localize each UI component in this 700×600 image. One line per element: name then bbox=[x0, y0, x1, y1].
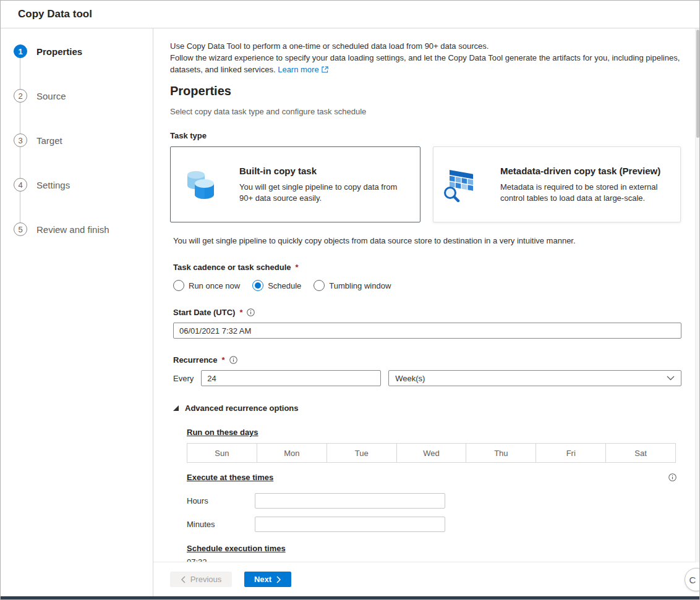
step-label: Target bbox=[36, 135, 62, 146]
page-title: Properties bbox=[170, 84, 689, 98]
start-date-input[interactable] bbox=[173, 323, 681, 339]
help-button-partial[interactable]: C bbox=[685, 568, 700, 591]
minutes-label: Minutes bbox=[187, 520, 255, 529]
card-metadata-driven-copy-task[interactable]: Metadata-driven copy task (Preview) Meta… bbox=[433, 146, 681, 222]
step-number-badge: 1 bbox=[14, 44, 27, 58]
execute-at-these-times-header: Execute at these times bbox=[187, 473, 273, 482]
frequency-value: Week(s) bbox=[395, 374, 425, 383]
step-number-badge: 5 bbox=[14, 222, 27, 236]
execute-times-row: Execute at these times bbox=[173, 473, 681, 482]
day-mon[interactable]: Mon bbox=[257, 444, 327, 462]
step-review-and-finish[interactable]: 5 Review and finish bbox=[1, 222, 153, 236]
intro-text: Use Copy Data Tool to perform a one-time… bbox=[170, 40, 689, 75]
info-icon[interactable] bbox=[247, 308, 255, 316]
step-properties[interactable]: 1 Properties bbox=[1, 44, 153, 58]
metadata-table-search-icon bbox=[442, 167, 477, 202]
intro-line-1: Use Copy Data Tool to perform a one-time… bbox=[170, 40, 689, 52]
radio-label: Run once now bbox=[189, 281, 240, 290]
day-tue[interactable]: Tue bbox=[327, 444, 397, 462]
main-panel: Use Copy Data Tool to perform a one-time… bbox=[153, 28, 699, 596]
radio-tumbling-window[interactable]: Tumbling window bbox=[314, 280, 391, 291]
previous-button[interactable]: Previous bbox=[170, 572, 232, 587]
info-icon[interactable] bbox=[668, 473, 677, 481]
step-label: Settings bbox=[36, 180, 70, 190]
radio-circle bbox=[314, 280, 325, 291]
chevron-right-icon bbox=[276, 576, 281, 583]
card-description: You will get single pipeline to copy dat… bbox=[239, 182, 408, 204]
recurrence-row: Every Week(s) bbox=[173, 370, 681, 386]
step-target[interactable]: 3 Target bbox=[1, 133, 153, 147]
copy-data-tool-window: Copy Data tool 1 Properties 2 Source 3 T… bbox=[0, 0, 700, 600]
hours-label: Hours bbox=[187, 496, 255, 505]
task-type-label: Task type bbox=[170, 131, 689, 140]
step-settings[interactable]: 4 Settings bbox=[1, 178, 153, 192]
advanced-recurrence-toggle[interactable]: Advanced recurrence options bbox=[173, 404, 681, 413]
day-sat[interactable]: Sat bbox=[606, 444, 675, 462]
day-sun[interactable]: Sun bbox=[187, 444, 257, 462]
recurrence-label: Recurrence bbox=[173, 355, 218, 365]
page-subtitle: Select copy data task type and configure… bbox=[170, 107, 689, 116]
radio-run-once-now[interactable]: Run once now bbox=[173, 280, 240, 291]
content-area: Use Copy Data Tool to perform a one-time… bbox=[153, 28, 699, 562]
start-date-label-row: Start Date (UTC) * bbox=[173, 308, 681, 317]
step-number-badge: 3 bbox=[14, 133, 27, 147]
hours-input[interactable] bbox=[255, 493, 445, 509]
chevron-down-icon bbox=[667, 376, 675, 381]
radio-label: Tumbling window bbox=[329, 281, 391, 290]
cadence-label-row: Task cadence or task schedule * bbox=[173, 263, 681, 272]
required-mark: * bbox=[296, 263, 299, 272]
learn-more-link[interactable]: Learn more bbox=[278, 65, 328, 74]
minutes-input[interactable] bbox=[255, 517, 445, 532]
card-title: Metadata-driven copy task (Preview) bbox=[500, 166, 668, 176]
radio-schedule[interactable]: Schedule bbox=[252, 280, 301, 291]
info-icon[interactable] bbox=[229, 356, 237, 364]
day-wed[interactable]: Wed bbox=[397, 444, 467, 462]
step-source[interactable]: 2 Source bbox=[1, 89, 153, 103]
run-on-these-days-header: Run on these days bbox=[187, 428, 258, 437]
radio-label: Schedule bbox=[268, 281, 301, 290]
next-button[interactable]: Next bbox=[244, 572, 291, 587]
frequency-dropdown[interactable]: Week(s) bbox=[388, 370, 681, 386]
step-number-badge: 2 bbox=[14, 89, 27, 103]
card-description: Metadata is required to be stored in ext… bbox=[500, 182, 668, 204]
start-date-label: Start Date (UTC) bbox=[173, 308, 235, 317]
card-title: Built-in copy task bbox=[239, 166, 408, 176]
step-label: Properties bbox=[36, 46, 82, 57]
required-mark: * bbox=[222, 355, 225, 365]
scrollbar-thumb[interactable] bbox=[696, 30, 699, 138]
task-type-cards: Built-in copy task You will get single p… bbox=[170, 146, 689, 222]
titlebar: Copy Data tool bbox=[1, 1, 699, 28]
step-label: Review and finish bbox=[36, 224, 109, 235]
day-thu[interactable]: Thu bbox=[466, 444, 536, 462]
weekday-selector: Sun Mon Tue Wed Thu Fri Sat bbox=[187, 443, 676, 463]
schedule-execution-times-header: Schedule execution times bbox=[187, 544, 286, 553]
radio-circle bbox=[173, 280, 184, 291]
card-built-in-copy-task[interactable]: Built-in copy task You will get single p… bbox=[170, 146, 420, 222]
cadence-options: Run once now Schedule Tumbling window bbox=[173, 280, 681, 291]
external-link-icon bbox=[322, 66, 328, 73]
required-mark: * bbox=[239, 308, 242, 317]
cadence-label: Task cadence or task schedule bbox=[173, 263, 291, 272]
window-bottom-edge bbox=[1, 596, 699, 599]
schedule-form: Task cadence or task schedule * Run once… bbox=[173, 263, 681, 562]
wizard-footer: Previous Next C bbox=[153, 562, 699, 596]
intro-line-2: Follow the wizard experience to specify … bbox=[170, 52, 689, 75]
step-label: Source bbox=[36, 91, 66, 101]
vertical-scrollbar bbox=[695, 28, 699, 562]
step-number-badge: 4 bbox=[14, 178, 27, 192]
task-type-note: You will get single pipeline to quickly … bbox=[173, 236, 689, 245]
every-label: Every bbox=[173, 374, 194, 383]
hours-row: Hours bbox=[187, 493, 681, 509]
schedule-execution-time-value: 07:32 bbox=[187, 557, 681, 562]
wizard-steps-sidebar: 1 Properties 2 Source 3 Target 4 Setting… bbox=[1, 28, 153, 596]
caret-expanded-icon bbox=[173, 405, 179, 411]
advanced-recurrence-label: Advanced recurrence options bbox=[185, 404, 299, 413]
database-cylinders-icon bbox=[183, 168, 219, 201]
radio-circle bbox=[252, 280, 263, 291]
chevron-left-icon bbox=[181, 576, 186, 583]
recurrence-label-row: Recurrence * bbox=[173, 355, 681, 365]
app-title: Copy Data tool bbox=[18, 8, 92, 20]
recurrence-interval-input[interactable] bbox=[201, 370, 381, 386]
minutes-row: Minutes bbox=[187, 517, 681, 532]
day-fri[interactable]: Fri bbox=[536, 444, 606, 462]
